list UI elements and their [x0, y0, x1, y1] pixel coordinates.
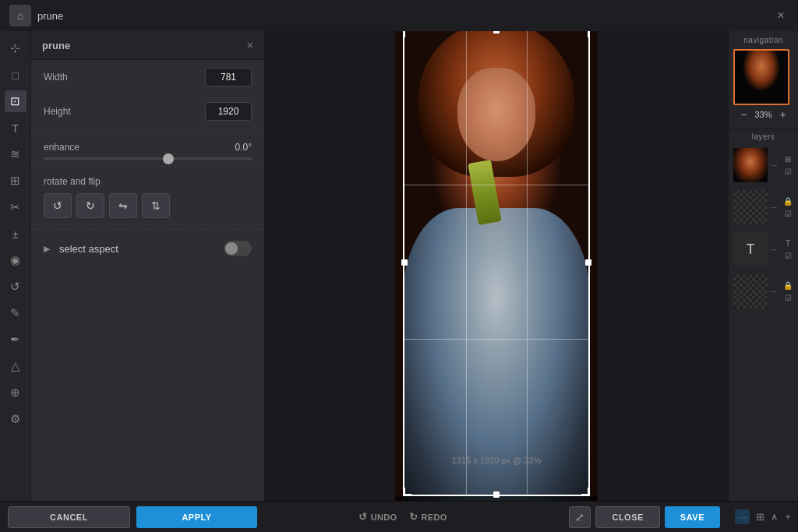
- layer-dots-1[interactable]: ···: [771, 161, 777, 170]
- bottom-center-actions: ↺ UNDO ↻ REDO: [265, 511, 541, 523]
- chevron-up-icon[interactable]: ∧: [771, 511, 779, 523]
- panel-close-icon[interactable]: ×: [247, 39, 253, 51]
- zoom-minus-button[interactable]: −: [737, 108, 750, 121]
- nav-section: navigation − 33% +: [729, 31, 798, 129]
- toolbar-adjust-icon[interactable]: ±: [5, 223, 26, 245]
- divider-1: [31, 132, 264, 132]
- layer-icons-4: 🔒 ☑: [782, 280, 793, 303]
- corner-handle-tr[interactable]: [581, 31, 589, 37]
- mid-handle-bottom[interactable]: [493, 491, 500, 498]
- layer-text-icon-3[interactable]: T: [782, 238, 793, 248]
- select-aspect-row[interactable]: ▶ select aspect: [31, 233, 264, 264]
- height-input[interactable]: [205, 102, 252, 121]
- redo-label: REDO: [422, 513, 447, 522]
- main-layout: ⊹ □ ⊡ T ≋ ⊞ ✂ ± ◉ ↺ ✎ ✒ △ ⊕ ⚙ prune × Wi…: [0, 31, 798, 501]
- height-label: Height: [44, 106, 199, 117]
- toolbar-add-icon[interactable]: ⊕: [5, 382, 26, 403]
- nav-thumbnail[interactable]: [733, 49, 789, 105]
- layer-check-icon-1[interactable]: ☑: [782, 166, 793, 177]
- toolbar-select-icon[interactable]: □: [5, 64, 26, 86]
- close-button[interactable]: CLOSE: [595, 506, 659, 528]
- layers-view-icon[interactable]: ···: [735, 509, 750, 524]
- mid-handle-left[interactable]: [401, 259, 408, 266]
- toolbar-rotate-icon[interactable]: ↺: [5, 276, 26, 298]
- layer-dots-4[interactable]: ···: [771, 287, 777, 296]
- toolbar-text-icon[interactable]: T: [5, 117, 26, 139]
- aspect-toggle[interactable]: [224, 241, 252, 256]
- add-layer-button[interactable]: +: [785, 511, 791, 523]
- image-view-icon[interactable]: ⊞: [756, 511, 764, 523]
- mid-handle-right[interactable]: [585, 259, 591, 266]
- crop-overlay: [395, 31, 598, 501]
- width-field-row: Width: [31, 60, 264, 94]
- layer-image-icon-1[interactable]: ⊞: [782, 153, 793, 164]
- close-icon[interactable]: ×: [773, 8, 789, 23]
- toolbar-settings-icon[interactable]: ⚙: [5, 408, 26, 430]
- toolbar-brush-icon[interactable]: ✒: [5, 329, 26, 351]
- flip-v-button[interactable]: ⇅: [142, 193, 170, 218]
- rotate-flip-label: rotate and flip: [31, 170, 264, 190]
- layers-section: layers ··· ⊞ ☑ ··· 🔒 ☑: [729, 129, 798, 501]
- layer-thumbnail-3: T: [733, 232, 768, 266]
- layer-dots-3[interactable]: ···: [771, 245, 777, 254]
- height-field-row: Height: [31, 94, 264, 129]
- layer-check-icon-4[interactable]: ☑: [782, 292, 793, 303]
- bottom-bar-center: ↺ UNDO ↻ REDO ⤢ CLOSE SAVE: [265, 501, 728, 532]
- cancel-button[interactable]: CANCEL: [8, 506, 130, 528]
- toolbar-pattern-icon[interactable]: ≋: [5, 143, 26, 165]
- rotate-ccw-button[interactable]: ↺: [44, 193, 72, 218]
- grid-line-h2: [404, 339, 588, 340]
- layers-label: layers: [732, 132, 795, 141]
- layer-lock-icon-2[interactable]: 🔒: [782, 196, 793, 206]
- toolbar-pen-icon[interactable]: ✎: [5, 302, 26, 324]
- nav-label: navigation: [733, 36, 793, 44]
- toolbar-cut-icon[interactable]: ✂: [5, 196, 26, 218]
- apply-button[interactable]: APPLY: [136, 506, 257, 528]
- toolbar-circle-icon[interactable]: ◉: [5, 249, 26, 271]
- mid-handle-top[interactable]: [493, 31, 500, 33]
- layer-lock-icon-4[interactable]: 🔒: [782, 280, 793, 291]
- enhance-value: 0.0°: [235, 142, 252, 153]
- enhance-slider[interactable]: [44, 157, 252, 160]
- toolbar-layers-icon[interactable]: ⊞: [5, 170, 26, 192]
- layer-item-3[interactable]: T ··· T ☑: [732, 230, 795, 269]
- select-aspect-label: select aspect: [59, 243, 217, 255]
- layer-dots-2[interactable]: ···: [771, 203, 777, 212]
- slider-thumb[interactable]: [163, 153, 174, 164]
- layer-thumbnail-2: [733, 190, 768, 224]
- corner-handle-tl[interactable]: [404, 31, 411, 37]
- layer-icons-2: 🔒 ☑: [782, 196, 793, 219]
- bottom-right-actions: ⤢ CLOSE SAVE: [541, 506, 728, 528]
- home-icon[interactable]: ⌂: [9, 5, 31, 26]
- toolbar-crop-icon[interactable]: ⊡: [5, 90, 26, 112]
- expand-button[interactable]: ⤢: [569, 506, 591, 528]
- redo-icon: ↻: [409, 511, 418, 523]
- bottom-bar-wrapper: CANCEL APPLY ↺ UNDO ↻ REDO ⤢ CLOSE SAVE …: [0, 501, 798, 532]
- enhance-label: enhance: [44, 142, 79, 153]
- layer-check-icon-2[interactable]: ☑: [782, 208, 793, 219]
- redo-button[interactable]: ↻ REDO: [409, 511, 447, 523]
- rotate-cw-button[interactable]: ↻: [76, 193, 104, 218]
- toolbar-move-icon[interactable]: ⊹: [5, 37, 26, 59]
- layer-item-1[interactable]: ··· ⊞ ☑: [732, 146, 795, 185]
- enhance-row: enhance 0.0°: [31, 136, 264, 163]
- corner-handle-bl[interactable]: [404, 488, 411, 495]
- zoom-value: 33%: [754, 110, 772, 119]
- layer-thumbnail-4: [733, 274, 768, 308]
- save-button[interactable]: SAVE: [665, 506, 720, 528]
- panel-title: prune: [42, 40, 70, 51]
- toolbar-triangle-icon[interactable]: △: [5, 355, 26, 377]
- corner-handle-br[interactable]: [581, 488, 589, 495]
- layer-check-icon-3[interactable]: ☑: [782, 250, 793, 261]
- layer-item-2[interactable]: ··· 🔒 ☑: [732, 188, 795, 227]
- flip-h-button[interactable]: ⇋: [109, 193, 137, 218]
- panel-header: prune ×: [31, 31, 264, 60]
- layer-item-4[interactable]: ··· 🔒 ☑: [732, 272, 795, 311]
- crop-frame[interactable]: [403, 31, 590, 496]
- undo-button[interactable]: ↺ UNDO: [358, 511, 397, 523]
- canvas-area: 1315 x 1920 px @ 33%: [265, 31, 728, 501]
- right-bottom-icons: ··· ⊞ ∧ +: [728, 501, 798, 532]
- canvas-image-wrapper: [395, 31, 598, 501]
- zoom-plus-button[interactable]: +: [777, 108, 789, 121]
- width-input[interactable]: [205, 68, 252, 86]
